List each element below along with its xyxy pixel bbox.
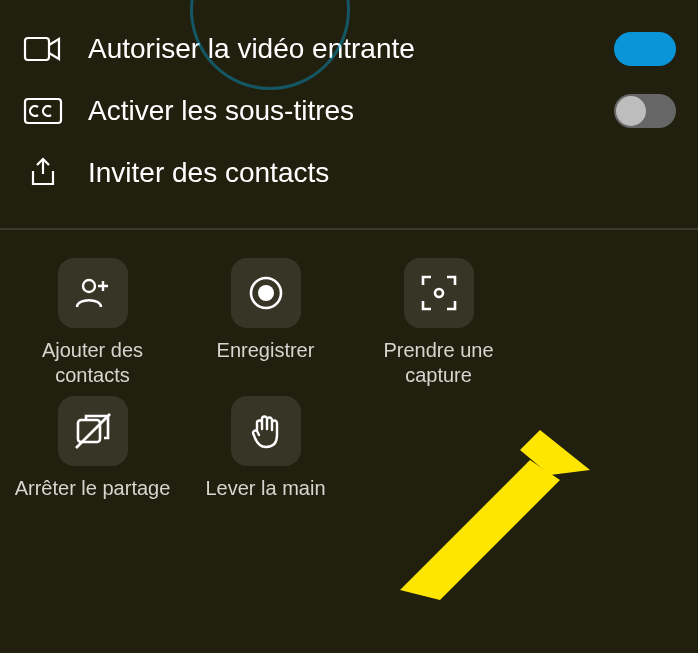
- svg-rect-6: [78, 420, 100, 442]
- toggle-knob: [644, 34, 674, 64]
- toggle-allow-video[interactable]: [614, 32, 676, 66]
- svg-point-4: [258, 285, 274, 301]
- screenshot-button[interactable]: [404, 258, 474, 328]
- capture-icon: [418, 272, 460, 314]
- option-label: Autoriser la vidéo entrante: [88, 33, 590, 65]
- svg-point-2: [83, 280, 95, 292]
- captions-icon: [22, 97, 64, 125]
- option-label: Activer les sous-titres: [88, 95, 590, 127]
- toggle-knob: [616, 96, 646, 126]
- share-icon: [22, 156, 64, 190]
- toggle-captions[interactable]: [614, 94, 676, 128]
- svg-point-5: [435, 289, 443, 297]
- action-raise-hand: Lever la main: [183, 396, 348, 501]
- divider: [0, 228, 698, 230]
- action-label: Arrêter le partage: [15, 476, 171, 501]
- action-label: Ajouter des contacts: [10, 338, 175, 388]
- action-label: Prendre une capture: [356, 338, 521, 388]
- video-icon: [22, 35, 64, 63]
- raise-hand-button[interactable]: [231, 396, 301, 466]
- actions-grid: Ajouter des contacts Enregistrer: [0, 248, 698, 501]
- add-person-icon: [73, 273, 113, 313]
- option-label: Inviter des contacts: [88, 157, 676, 189]
- stop-share-icon: [72, 410, 114, 452]
- hand-icon: [246, 411, 286, 451]
- record-button[interactable]: [231, 258, 301, 328]
- svg-rect-0: [25, 38, 49, 60]
- action-add-contacts: Ajouter des contacts: [10, 258, 175, 388]
- option-allow-incoming-video[interactable]: Autoriser la vidéo entrante: [0, 18, 698, 80]
- option-enable-captions[interactable]: Activer les sous-titres: [0, 80, 698, 142]
- option-invite-contacts[interactable]: Inviter des contacts: [0, 142, 698, 204]
- stop-share-button[interactable]: [58, 396, 128, 466]
- action-screenshot: Prendre une capture: [356, 258, 521, 388]
- record-icon: [246, 273, 286, 313]
- action-label: Lever la main: [205, 476, 325, 501]
- action-label: Enregistrer: [217, 338, 315, 363]
- options-list: Autoriser la vidéo entrante Activer les …: [0, 0, 698, 204]
- add-contacts-button[interactable]: [58, 258, 128, 328]
- action-stop-share: Arrêter le partage: [10, 396, 175, 501]
- action-record: Enregistrer: [183, 258, 348, 388]
